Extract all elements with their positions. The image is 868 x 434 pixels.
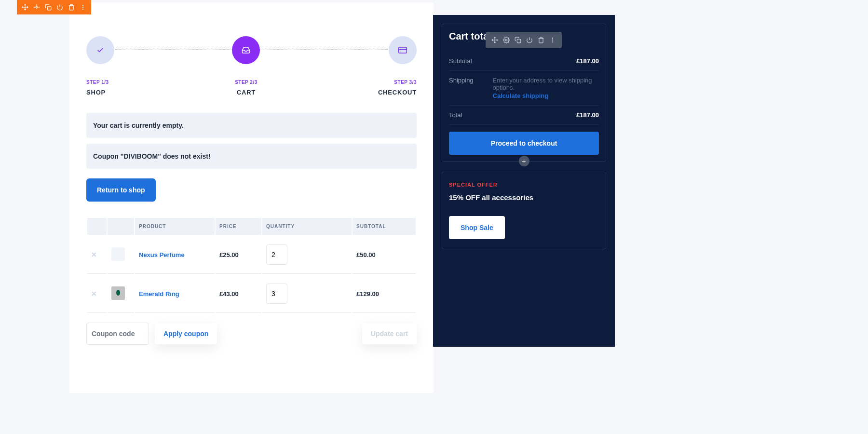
apply-coupon-button[interactable]: Apply coupon xyxy=(155,323,217,344)
remove-item-icon[interactable]: ✕ xyxy=(91,251,97,258)
total-value: £187.00 xyxy=(576,111,599,119)
step-cart[interactable]: STEP 2/3 CART xyxy=(232,36,260,96)
col-product: PRODUCT xyxy=(135,218,215,235)
offer-label: SPECIAL OFFER xyxy=(449,182,599,188)
empty-cart-notice: Your cart is currently empty. xyxy=(86,113,417,138)
quantity-input[interactable] xyxy=(266,284,287,304)
coupon-error-notice: Coupon "DIVIBOOM" does not exist! xyxy=(86,144,417,169)
total-row: Total £187.00 xyxy=(449,106,599,125)
check-icon xyxy=(86,36,114,64)
inbox-icon xyxy=(232,36,260,64)
coupon-code-input[interactable] xyxy=(86,323,149,345)
sidebar-dark: Cart totals Subtotal £187.00 Shipping En… xyxy=(433,15,615,347)
svg-point-2 xyxy=(82,5,83,6)
svg-point-9 xyxy=(552,38,553,39)
svg-point-3 xyxy=(82,7,83,8)
subtotal-row: Subtotal £187.00 xyxy=(449,52,599,71)
shipping-info: Enter your address to view shipping opti… xyxy=(493,77,599,99)
module-toolbar-orange xyxy=(17,0,91,14)
duplicate-icon[interactable] xyxy=(43,2,54,13)
step-number: STEP 1/3 xyxy=(86,80,109,85)
step-number: STEP 3/3 xyxy=(394,80,417,85)
shop-sale-button[interactable]: Shop Sale xyxy=(449,216,505,239)
coupon-row: Apply coupon Update cart xyxy=(86,323,417,345)
price-value: £25.00 xyxy=(219,251,239,258)
product-thumbnail[interactable] xyxy=(111,247,125,261)
price-value: £43.00 xyxy=(219,290,239,298)
step-checkout[interactable]: STEP 3/3 CHECKOUT xyxy=(378,36,417,96)
gear-icon[interactable] xyxy=(31,2,42,13)
move-icon[interactable] xyxy=(489,35,500,45)
svg-rect-1 xyxy=(47,6,51,10)
svg-point-11 xyxy=(552,41,553,42)
proceed-checkout-button[interactable]: Proceed to checkout xyxy=(449,132,599,155)
svg-point-10 xyxy=(552,40,553,41)
update-cart-button[interactable]: Update cart xyxy=(362,323,417,344)
step-label: SHOP xyxy=(86,89,106,96)
remove-item-icon[interactable]: ✕ xyxy=(91,290,97,298)
special-offer-module: SPECIAL OFFER 15% OFF all accessories Sh… xyxy=(442,172,606,249)
col-subtotal: SUBTOTAL xyxy=(353,218,416,235)
quantity-input[interactable] xyxy=(266,244,287,265)
shipping-row: Shipping Enter your address to view ship… xyxy=(449,71,599,106)
subtotal-value: £187.00 xyxy=(576,57,599,65)
add-module-icon[interactable]: + xyxy=(519,156,529,166)
step-shop[interactable]: STEP 1/3 SHOP xyxy=(86,36,114,96)
offer-title: 15% OFF all accessories xyxy=(449,193,599,202)
shipping-label: Shipping xyxy=(449,77,474,84)
subtotal-label: Subtotal xyxy=(449,57,472,65)
duplicate-icon[interactable] xyxy=(513,35,523,45)
power-icon[interactable] xyxy=(524,35,535,45)
col-price: PRICE xyxy=(216,218,261,235)
checkout-steps: STEP 1/3 SHOP STEP 2/3 CART STEP 3/3 CHE… xyxy=(86,36,417,96)
subtotal-value: £129.00 xyxy=(356,290,379,298)
cart-main-card: STEP 1/3 SHOP STEP 2/3 CART STEP 3/3 CHE… xyxy=(69,2,434,393)
product-link[interactable]: Emerald Ring xyxy=(139,290,179,298)
cart-totals-module: Cart totals Subtotal £187.00 Shipping En… xyxy=(442,24,606,162)
product-thumbnail[interactable] xyxy=(111,286,125,300)
total-label: Total xyxy=(449,111,462,119)
trash-icon[interactable] xyxy=(536,35,546,45)
calculate-shipping-link[interactable]: Calculate shipping xyxy=(493,92,549,99)
return-to-shop-button[interactable]: Return to shop xyxy=(86,178,156,202)
svg-rect-5 xyxy=(399,47,407,53)
table-row: ✕ Emerald Ring £43.00 £129.00 xyxy=(87,275,416,313)
credit-card-icon xyxy=(389,36,417,64)
gear-icon[interactable] xyxy=(501,35,512,45)
subtotal-value: £50.00 xyxy=(356,251,376,258)
step-number: STEP 2/3 xyxy=(235,80,258,85)
module-toolbar-dark xyxy=(486,32,562,48)
power-icon[interactable] xyxy=(54,2,65,13)
svg-point-4 xyxy=(82,9,83,10)
step-label: CART xyxy=(237,89,256,96)
product-link[interactable]: Nexus Perfume xyxy=(139,251,185,258)
table-row: ✕ Nexus Perfume £25.00 £50.00 xyxy=(87,236,416,274)
col-quantity: QUANTITY xyxy=(262,218,352,235)
more-icon[interactable] xyxy=(78,2,88,13)
more-icon[interactable] xyxy=(547,35,558,45)
svg-rect-8 xyxy=(517,39,521,43)
cart-items-table: PRODUCT PRICE QUANTITY SUBTOTAL ✕ Nexus … xyxy=(86,217,417,314)
move-icon[interactable] xyxy=(20,2,30,13)
svg-point-7 xyxy=(505,39,507,41)
step-label: CHECKOUT xyxy=(378,89,417,96)
trash-icon[interactable] xyxy=(66,2,77,13)
